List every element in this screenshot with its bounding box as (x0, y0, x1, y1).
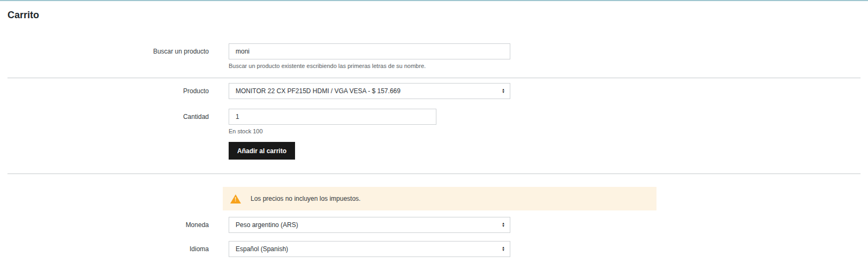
section-divider (7, 174, 861, 174)
currency-select[interactable]: Peso argentino (ARS) ▲ ▼ (229, 217, 510, 233)
add-to-cart-row: Añadir al carrito (7, 142, 861, 160)
currency-row: Moneda Peso argentino (ARS) ▲ ▼ (7, 217, 861, 233)
search-product-help: Buscar un producto existente escribiendo… (229, 63, 510, 69)
search-product-row: Buscar un producto Buscar un producto ex… (7, 43, 861, 69)
product-select[interactable]: MONITOR 22 CX PF215D HDMI / VGA VESA - $… (229, 83, 510, 99)
select-arrows-icon: ▲ ▼ (502, 222, 505, 228)
select-arrows-icon: ▲ ▼ (502, 246, 505, 252)
product-row: Producto MONITOR 22 CX PF215D HDMI / VGA… (7, 83, 861, 99)
quantity-control: En stock 100 (229, 109, 436, 134)
tax-warning-text: Los precios no incluyen los impuestos. (251, 195, 360, 202)
currency-label: Moneda (7, 217, 229, 233)
language-row: Idioma Español (Spanish) ▲ ▼ (7, 241, 861, 257)
quantity-input[interactable] (229, 109, 436, 125)
page-title: Carrito (7, 9, 861, 21)
language-select-value: Español (Spanish) (236, 245, 288, 253)
product-label: Producto (7, 83, 229, 99)
search-product-input[interactable] (229, 43, 510, 59)
cart-page: Carrito Buscar un producto Buscar un pro… (0, 9, 868, 257)
language-select[interactable]: Español (Spanish) ▲ ▼ (229, 241, 510, 257)
tax-warning-banner: ! Los precios no incluyen los impuestos. (223, 187, 656, 210)
search-product-control: Buscar un producto existente escribiendo… (229, 43, 510, 69)
currency-select-value: Peso argentino (ARS) (236, 221, 298, 229)
section-divider (7, 78, 861, 78)
select-arrows-icon: ▲ ▼ (502, 88, 505, 94)
warning-icon: ! (230, 194, 241, 203)
language-label: Idioma (7, 241, 229, 257)
quantity-label: Cantidad (7, 109, 229, 125)
add-to-cart-button[interactable]: Añadir al carrito (229, 142, 295, 160)
quantity-row: Cantidad En stock 100 (7, 109, 861, 134)
warning-banner-row: ! Los precios no incluyen los impuestos. (7, 187, 861, 210)
top-accent-bar (0, 0, 868, 1)
product-select-value: MONITOR 22 CX PF215D HDMI / VGA VESA - $… (236, 87, 401, 95)
quantity-stock-help: En stock 100 (229, 128, 436, 134)
search-product-label: Buscar un producto (7, 43, 229, 59)
